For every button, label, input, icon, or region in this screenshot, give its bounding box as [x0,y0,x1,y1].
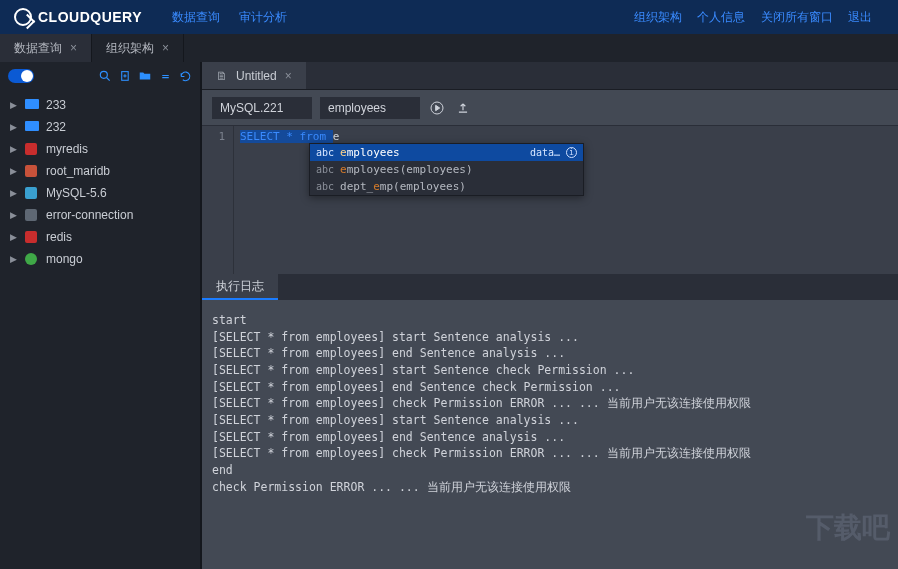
caret-icon: ▶ [10,188,18,198]
query-toolbar: MySQL.221 employees [202,90,898,126]
tree-item-error-conn[interactable]: ▶error-connection [0,204,200,226]
tree-label: mongo [46,252,83,266]
database-select[interactable]: employees [320,97,420,119]
editor-tab-untitled[interactable]: 🗎 Untitled × [202,62,306,89]
ac-pre: dept_ [340,180,373,193]
sidebar-toggle[interactable] [8,69,34,83]
ac-meta: data… [530,147,560,158]
ac-match: e [373,180,380,193]
connection-tree: ▶233 ▶232 ▶myredis ▶root_maridb ▶MySQL-5… [0,90,200,274]
nav-org[interactable]: 组织架构 [634,10,682,24]
caret-icon: ▶ [10,122,18,132]
close-icon[interactable]: × [285,69,292,83]
tree-label: MySQL-5.6 [46,186,107,200]
autocomplete-item[interactable]: abc employees data… i [310,144,583,161]
line-gutter: 1 [202,126,234,274]
caret-icon: ▶ [10,254,18,264]
caret-icon: ▶ [10,232,18,242]
nav-audit[interactable]: 审计分析 [239,10,287,24]
nav-close-all[interactable]: 关闭所有窗口 [761,10,833,24]
logo-text: CLOUDQUERY [38,9,142,25]
tree-item-mysql56[interactable]: ▶MySQL-5.6 [0,182,200,204]
autocomplete-item[interactable]: abc employees(employees) [310,161,583,178]
redis-icon [25,231,39,243]
ac-match: e [340,163,347,176]
tree-item-mongo[interactable]: ▶mongo [0,248,200,270]
nav-left: 数据查询 审计分析 [172,9,303,26]
svg-point-0 [100,71,107,78]
app-header: CLOUDQUERY 数据查询 审计分析 组织架构 个人信息 关闭所有窗口 退出 [0,0,898,34]
editor-column: 🗎 Untitled × MySQL.221 employees 1 SELEC… [200,62,898,569]
search-icon[interactable] [98,69,112,83]
tree-label: 233 [46,98,66,112]
tab-org[interactable]: 组织架构 × [92,34,184,62]
editor-tab-bar: 🗎 Untitled × [202,62,898,90]
logo-icon [14,8,32,26]
tree-label: error-connection [46,208,133,222]
line-number: 1 [218,130,225,143]
close-icon[interactable]: × [162,41,169,55]
autocomplete-item[interactable]: abc dept_emp(employees) [310,178,583,195]
tree-item-root-maridb[interactable]: ▶root_maridb [0,160,200,182]
tree-label: root_maridb [46,164,110,178]
code-content[interactable]: SELECT * from e abc employees data… i ab… [234,126,898,274]
nav-data-query[interactable]: 数据查询 [172,10,220,24]
db-icon [25,209,39,221]
ac-type-icon: abc [316,164,334,175]
tree-item-redis[interactable]: ▶redis [0,226,200,248]
file-icon: 🗎 [216,69,228,83]
autocomplete-popup: abc employees data… i abc employees(empl… [309,143,584,196]
ac-match: e [340,146,347,159]
tab-data-query[interactable]: 数据查询 × [0,34,92,62]
log-tab-bar: 执行日志 [202,274,898,300]
tree-label: redis [46,230,72,244]
tab-label: 数据查询 [14,40,62,57]
tab-label: 组织架构 [106,40,154,57]
main-tab-bar: 数据查询 × 组织架构 × [0,34,898,62]
new-file-icon[interactable] [118,69,132,83]
caret-icon: ▶ [10,144,18,154]
nav-profile[interactable]: 个人信息 [697,10,745,24]
sidebar-toolbar [0,62,200,90]
sidebar: ▶233 ▶232 ▶myredis ▶root_maridb ▶MySQL-5… [0,62,200,569]
nav-logout[interactable]: 退出 [848,10,872,24]
datasource-select[interactable]: MySQL.221 [212,97,312,119]
tree-item-232[interactable]: ▶232 [0,116,200,138]
sql-keywords: SELECT * from [240,130,333,143]
ac-type-icon: abc [316,147,334,158]
run-button[interactable] [428,99,446,117]
ac-type-icon: abc [316,181,334,192]
refresh-icon[interactable] [178,69,192,83]
folder-icon [25,121,39,133]
caret-icon: ▶ [10,210,18,220]
collapse-icon[interactable] [158,69,172,83]
datasource-value: MySQL.221 [220,101,283,115]
folder-icon [25,99,39,111]
editor-tab-label: Untitled [236,69,277,83]
log-tab-exec[interactable]: 执行日志 [202,274,278,300]
caret-icon: ▶ [10,100,18,110]
mariadb-icon [25,165,39,177]
logo: CLOUDQUERY [14,8,142,26]
caret-icon: ▶ [10,166,18,176]
content: ▶233 ▶232 ▶myredis ▶root_maridb ▶MySQL-5… [0,62,898,569]
tree-item-myredis[interactable]: ▶myredis [0,138,200,160]
ac-rest: mployees [347,146,400,159]
database-value: employees [328,101,386,115]
svg-line-1 [107,78,110,81]
sql-editor[interactable]: 1 SELECT * from e abc employees data… i … [202,126,898,274]
log-output[interactable]: start [SELECT * from employees] start Se… [202,300,898,569]
mysql-icon [25,187,39,199]
log-tab-label: 执行日志 [216,278,264,295]
ac-rest: mployees(employees) [347,163,473,176]
close-icon[interactable]: × [70,41,77,55]
folder-icon[interactable] [138,69,152,83]
tree-item-233[interactable]: ▶233 [0,94,200,116]
tree-label: 232 [46,120,66,134]
upload-button[interactable] [454,99,472,117]
mongo-icon [25,253,39,265]
redis-icon [25,143,39,155]
sql-input-tail: e [333,130,340,143]
info-icon[interactable]: i [566,147,577,158]
tree-label: myredis [46,142,88,156]
